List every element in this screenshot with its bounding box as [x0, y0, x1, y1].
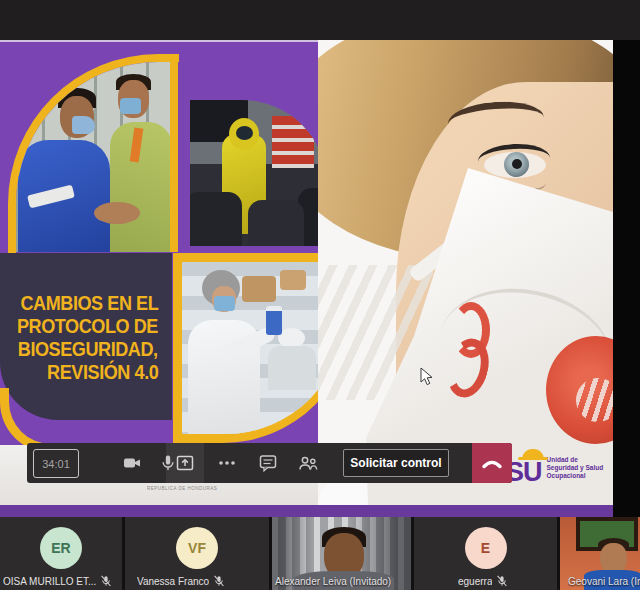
bus-red-panel	[272, 116, 314, 168]
participant-name: OISA MURILLO ET...	[3, 576, 96, 587]
call-controls-toolbar: 34:01	[27, 443, 512, 483]
man2-mask	[120, 98, 141, 114]
participants-icon	[297, 453, 319, 473]
worker-cap	[278, 328, 305, 348]
more-options-button[interactable]	[209, 443, 245, 483]
muted-mic-icon	[213, 575, 225, 587]
stage-letterbox-right	[613, 40, 640, 517]
hang-up-icon	[480, 455, 504, 471]
hang-up-button[interactable]	[472, 443, 512, 483]
su-logo: SU Unidad de Seguridad y Salud Ocupacion…	[506, 448, 618, 492]
avatar: ER	[40, 527, 82, 569]
muted-mic-icon	[496, 575, 508, 587]
avatar: VF	[176, 527, 218, 569]
slide-photo-woman-respirator	[318, 40, 613, 505]
slide-title-line: BIOSEGURIDAD,	[18, 337, 158, 360]
slide-photo-bus-disinfection	[190, 100, 327, 246]
hazmat-visor	[236, 126, 253, 140]
bus-seat	[190, 192, 242, 246]
mouse-cursor	[420, 367, 434, 386]
muted-mic-icon	[100, 575, 112, 587]
camera-button[interactable]	[114, 443, 150, 483]
yellow-divider-stripe	[170, 62, 178, 252]
call-timer: 34:01	[33, 449, 79, 478]
slide-title-line: PROTOCOLO DE	[17, 314, 158, 337]
participant-tile-video[interactable]: Alexander Leiva (Invitado)	[272, 517, 411, 590]
chat-icon	[258, 453, 278, 473]
logo-text-line: Seguridad y Salud	[547, 464, 604, 472]
logo-text-line: Unidad de	[547, 456, 604, 464]
lab-box	[280, 270, 306, 290]
participant-tile[interactable]: ER OISA MURILLO ET...	[0, 517, 122, 590]
slide-photo-hand-sanitizing	[8, 54, 179, 260]
logo-text: Unidad de Seguridad y Salud Ocupacional	[547, 448, 604, 480]
meeting-window: CAMBIOS EN EL PROTOCOLO DE BIOSEGURIDAD,…	[0, 0, 640, 590]
camera-icon	[122, 453, 142, 473]
avatar: E	[465, 527, 507, 569]
share-screen-button[interactable]	[167, 443, 203, 483]
hard-hat-brim	[518, 457, 548, 460]
slide-title-line: CAMBIOS EN EL	[20, 291, 158, 314]
hands	[94, 202, 140, 224]
lab-box	[242, 276, 276, 302]
stage-letterbox-top	[0, 0, 640, 40]
participant-tile[interactable]: E eguerra	[414, 517, 557, 590]
lab-mask	[214, 296, 235, 311]
measuring-device	[266, 306, 282, 335]
participant-name: Vanessa Franco	[137, 576, 209, 587]
participant-name: eguerra	[458, 576, 492, 587]
bus-seat	[248, 200, 304, 246]
chat-button[interactable]	[250, 443, 286, 483]
slide-title-line: REVISIÓN 4.0	[47, 360, 158, 383]
worker-body	[268, 346, 316, 390]
more-options-icon	[216, 453, 238, 473]
slide-footnote: REPÚBLICA DE HONDURAS	[147, 486, 217, 491]
request-control-button[interactable]: Solicitar control	[343, 449, 449, 477]
slide-bottom-purple-bar	[0, 505, 613, 517]
logo-text-line: Ocupacional	[547, 472, 604, 480]
participants-button[interactable]	[290, 443, 326, 483]
man1-mask	[72, 116, 95, 134]
participant-name: Alexander Leiva (Invitado)	[275, 576, 391, 587]
share-screen-icon	[175, 453, 195, 473]
participant-tile-video[interactable]: Geovani Lara (In	[560, 517, 640, 590]
participant-tile[interactable]: VF Vanessa Franco	[125, 517, 269, 590]
photo-art	[16, 62, 171, 252]
participant-name: Geovani Lara (In	[568, 576, 640, 587]
participants-filmstrip: ER OISA MURILLO ET... VF Vanessa Franco	[0, 517, 640, 590]
